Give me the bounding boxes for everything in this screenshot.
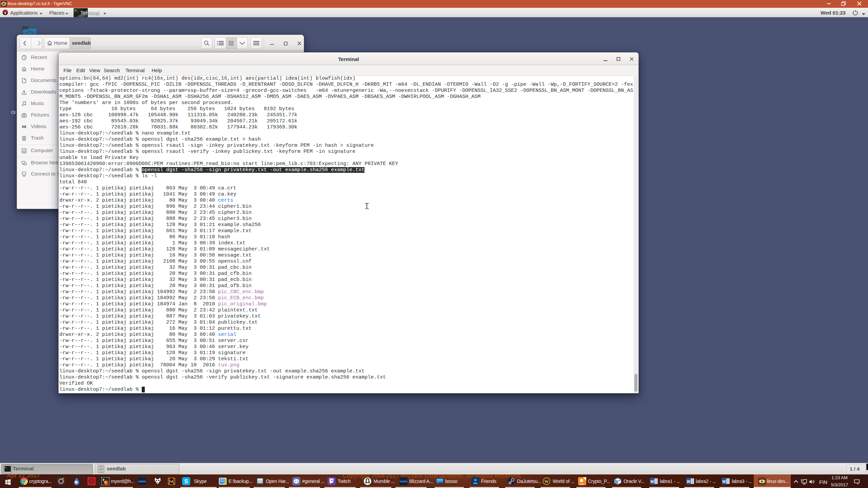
svg-text:BLIZZARD: BLIZZARD	[400, 481, 408, 483]
svg-text:W: W	[722, 480, 726, 484]
svg-text:PoE: PoE	[169, 480, 175, 483]
svg-text:W: W	[687, 480, 690, 484]
svg-text:W: W	[650, 480, 654, 484]
svg-text:S: S	[184, 478, 188, 485]
svg-text:>_: >_	[5, 466, 8, 469]
svg-text:BLIZZARD: BLIZZARD	[139, 481, 146, 483]
svg-text:>_: >_	[75, 9, 78, 12]
svg-text:PDF: PDF	[580, 483, 584, 485]
svg-text:W: W	[545, 479, 549, 484]
